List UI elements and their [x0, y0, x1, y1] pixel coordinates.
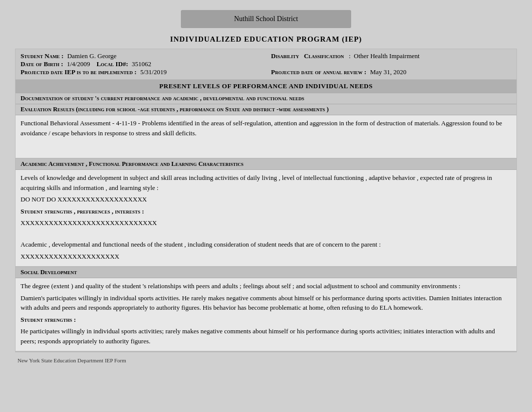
- social-content-area: The degree (extent ) and quality of the …: [16, 278, 516, 351]
- student-name: Damien G. George: [67, 52, 116, 60]
- social-degree-label: The degree (extent ) and quality of the …: [21, 281, 511, 291]
- info-row-2: Date of Birth : 1/4/2009 Local ID#: 3510…: [21, 60, 511, 68]
- annual-review-value: May 31, 2020: [370, 68, 407, 76]
- present-levels-header: PRESENT LEVELS OF PERFORMANCE AND INDIVI…: [16, 80, 516, 93]
- info-row-3: Projected date IEP is to be implemented …: [21, 68, 511, 76]
- projected-area: Projected date IEP is to be implemented …: [21, 68, 261, 76]
- disability-label: Disability: [271, 52, 299, 60]
- academic-header: Academic Achievement , Functional Perfor…: [16, 159, 516, 170]
- classification-value: Other Health Impairment: [354, 52, 419, 60]
- social-content: Damien's participates willingly in indiv…: [21, 293, 511, 313]
- dob-area: Date of Birth : 1/4/2009 Local ID#: 3510…: [21, 60, 261, 68]
- needs-value: XXXXXXXXXXXXXXXXXXXXX: [21, 252, 511, 262]
- page-wrapper: Nuthill School District INDIVIDUALIZED E…: [0, 0, 532, 412]
- eval-content-area: Functional Behavioral Assessment - 4-11-…: [16, 115, 516, 158]
- content-spacer: [21, 140, 511, 155]
- main-content: Student Name : Damien G. George Disabili…: [15, 49, 517, 352]
- levels-text: Levels of knowledge and development in s…: [21, 173, 511, 192]
- social-strengths-value: He participates willingly in individual …: [21, 326, 511, 346]
- projected-label: Projected date IEP is to be implemented …: [21, 68, 137, 76]
- social-strengths-label: Student strengths :: [21, 315, 511, 325]
- projected-value: 5/31/2019: [140, 68, 167, 76]
- footer-text: New York State Education Department IEP …: [18, 357, 126, 363]
- dob-value: 1/4/2009: [67, 60, 90, 68]
- classification-colon: :: [346, 52, 352, 60]
- local-id-label: Local ID#:: [97, 60, 128, 68]
- student-label: Student Name :: [21, 52, 64, 60]
- strengths-value: XXXXXXXXXXXXXXXXXXXXXXXXXXXXX: [21, 218, 511, 228]
- social-header-text: Social Development: [21, 269, 77, 276]
- info-row-1: Student Name : Damien G. George Disabili…: [21, 52, 511, 60]
- classification-label: Classification: [304, 52, 344, 60]
- social-strengths-label-text: Student strengths :: [21, 316, 76, 323]
- academic-content-area: Levels of knowledge and development in s…: [16, 170, 516, 267]
- do-not-do: DO NOT DO XXXXXXXXXXXXXXXXXXX: [21, 194, 511, 204]
- eval-content: Functional Behavioral Assessment - 4-11-…: [21, 118, 511, 138]
- strengths-label-text: Student strengths , preferences , intere…: [21, 208, 144, 215]
- strengths-label: Student strengths , preferences , intere…: [21, 207, 511, 217]
- disability-area: Disability Classification : Other Health…: [261, 52, 511, 60]
- present-levels-section: PRESENT LEVELS OF PERFORMANCE AND INDIVI…: [16, 80, 516, 159]
- annual-review-area: [261, 60, 511, 68]
- district-bar: Nuthill School District: [181, 10, 351, 28]
- academic-section: Academic Achievement , Functional Perfor…: [16, 159, 516, 267]
- annual-review-label: Projected date of annual review :: [271, 68, 366, 76]
- local-id-value: 351062: [132, 60, 151, 68]
- needs-label: Academic , developmental and functional …: [21, 240, 511, 250]
- dob-label: Date of Birth :: [21, 60, 63, 68]
- iep-title: INDIVIDUALIZED EDUCATION PROGRAM (IEP): [15, 35, 517, 44]
- eval-subheader: Evaluation Results (including for school…: [16, 104, 516, 115]
- doc-subheader: Documentation of student 's current perf…: [16, 93, 516, 104]
- annual-projected-area: Projected date of annual review : May 31…: [261, 68, 511, 76]
- footer: New York State Education Department IEP …: [15, 357, 517, 363]
- district-name: Nuthill School District: [234, 15, 298, 23]
- student-name-area: Student Name : Damien G. George: [21, 52, 261, 60]
- social-section: Social Development The degree (extent ) …: [16, 267, 516, 352]
- social-header: Social Development: [16, 267, 516, 278]
- student-info-section: Student Name : Damien G. George Disabili…: [16, 49, 516, 80]
